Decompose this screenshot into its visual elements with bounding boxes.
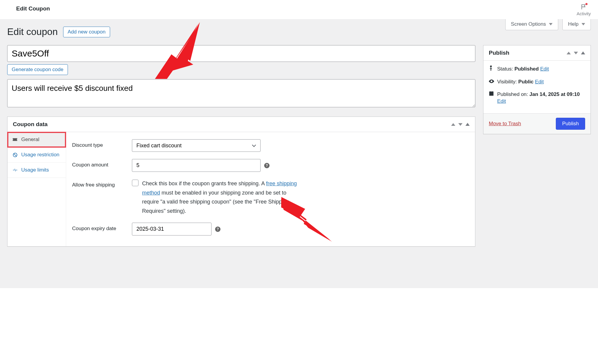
coupon-data-tabs: General Usage restriction bbox=[7, 132, 66, 246]
free-shipping-checkbox[interactable] bbox=[132, 180, 139, 186]
block-icon bbox=[12, 152, 18, 157]
coupon-amount-input[interactable] bbox=[132, 159, 261, 172]
move-to-trash-link[interactable]: Move to Trash bbox=[489, 121, 521, 127]
tab-usage-limits[interactable]: Usage limits bbox=[7, 163, 66, 178]
tab-usage-restriction[interactable]: Usage restriction bbox=[7, 147, 66, 163]
eye-icon bbox=[489, 78, 494, 85]
help-label: Help bbox=[568, 21, 579, 27]
edit-status-link[interactable]: Edit bbox=[540, 66, 549, 72]
toggle-panel-icon[interactable] bbox=[581, 51, 585, 54]
caret-down-icon bbox=[582, 23, 585, 25]
edit-date-link[interactable]: Edit bbox=[497, 98, 506, 104]
expiry-date-label: Coupon expiry date bbox=[72, 223, 132, 232]
limits-icon bbox=[12, 168, 18, 172]
discount-type-label: Discount type bbox=[72, 139, 132, 148]
tab-general[interactable]: General bbox=[7, 132, 66, 147]
ticket-icon bbox=[12, 137, 18, 142]
coupon-data-panel: Coupon data General bbox=[7, 117, 475, 247]
generate-coupon-code-button[interactable]: Generate coupon code bbox=[7, 64, 68, 75]
screen-options-label: Screen Options bbox=[511, 21, 546, 27]
help-icon[interactable]: ? bbox=[264, 163, 270, 168]
free-shipping-description: Check this box if the coupon grants free… bbox=[142, 179, 298, 215]
toggle-panel-icon[interactable] bbox=[465, 123, 470, 126]
expiry-date-input[interactable] bbox=[132, 223, 211, 235]
tab-usage-limits-label: Usage limits bbox=[21, 167, 49, 173]
screen-options-tab[interactable]: Screen Options bbox=[505, 19, 558, 30]
edit-visibility-link[interactable]: Edit bbox=[535, 79, 544, 85]
publish-button[interactable]: Publish bbox=[556, 118, 585, 130]
visibility-value: Public bbox=[518, 79, 534, 85]
move-down-icon[interactable] bbox=[458, 123, 462, 126]
free-shipping-label: Allow free shipping bbox=[72, 179, 132, 188]
help-tab[interactable]: Help bbox=[562, 19, 591, 30]
coupon-amount-label: Coupon amount bbox=[72, 159, 132, 168]
publish-panel: Publish Status: Published Edit bbox=[483, 45, 591, 134]
tab-general-label: General bbox=[21, 136, 39, 143]
help-icon[interactable]: ? bbox=[215, 227, 220, 232]
tab-usage-restriction-label: Usage restriction bbox=[21, 152, 60, 158]
publish-title: Publish bbox=[489, 50, 509, 56]
move-down-icon[interactable] bbox=[574, 52, 578, 54]
move-up-icon[interactable] bbox=[451, 123, 455, 126]
move-up-icon[interactable] bbox=[567, 52, 571, 54]
coupon-title-input[interactable] bbox=[7, 45, 475, 62]
add-new-coupon-button[interactable]: Add new coupon bbox=[63, 27, 110, 37]
published-date: Jan 14, 2025 at 09:10 bbox=[529, 91, 580, 97]
activity-label: Activity bbox=[576, 11, 591, 16]
page-title: Edit coupon bbox=[7, 26, 58, 37]
caret-down-icon bbox=[549, 23, 553, 25]
coupon-description-textarea[interactable]: Users will receive $5 discount fixed bbox=[7, 79, 475, 107]
pin-icon bbox=[489, 65, 494, 73]
page-breadcrumb: Edit Coupon bbox=[7, 4, 50, 12]
flag-icon bbox=[580, 4, 587, 10]
coupon-data-title: Coupon data bbox=[13, 121, 48, 128]
discount-type-select[interactable]: Fixed cart discount bbox=[132, 139, 261, 152]
activity-button[interactable]: Activity bbox=[576, 4, 591, 16]
status-value: Published bbox=[515, 66, 539, 72]
calendar-icon bbox=[489, 91, 494, 98]
